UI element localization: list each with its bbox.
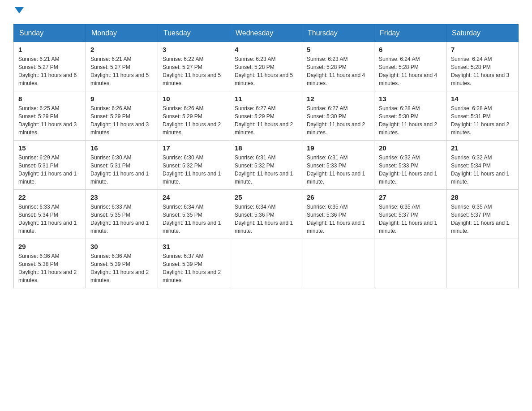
calendar-cell: 1 Sunrise: 6:21 AMSunset: 5:27 PMDayligh…	[14, 42, 86, 91]
day-info: Sunrise: 6:23 AMSunset: 5:28 PMDaylight:…	[235, 56, 293, 86]
calendar-cell: 25 Sunrise: 6:34 AMSunset: 5:36 PMDaylig…	[230, 190, 302, 239]
day-number: 11	[235, 95, 297, 103]
calendar-cell: 7 Sunrise: 6:24 AMSunset: 5:28 PMDayligh…	[446, 42, 519, 91]
day-info: Sunrise: 6:29 AMSunset: 5:31 PMDaylight:…	[18, 154, 77, 185]
calendar-cell: 26 Sunrise: 6:35 AMSunset: 5:36 PMDaylig…	[302, 190, 374, 239]
calendar-week-5: 29 Sunrise: 6:36 AMSunset: 5:38 PMDaylig…	[14, 239, 519, 288]
header-day-wednesday: Wednesday	[230, 25, 302, 42]
calendar-week-1: 1 Sunrise: 6:21 AMSunset: 5:27 PMDayligh…	[14, 42, 519, 91]
day-number: 26	[307, 193, 369, 201]
day-number: 1	[18, 46, 81, 53]
day-info: Sunrise: 6:25 AMSunset: 5:29 PMDaylight:…	[18, 105, 77, 136]
calendar-cell: 14 Sunrise: 6:28 AMSunset: 5:31 PMDaylig…	[446, 91, 519, 141]
page-header	[13, 9, 519, 15]
day-number: 31	[163, 243, 225, 250]
day-info: Sunrise: 6:26 AMSunset: 5:29 PMDaylight:…	[90, 105, 149, 136]
day-info: Sunrise: 6:34 AMSunset: 5:36 PMDaylight:…	[235, 204, 293, 234]
day-info: Sunrise: 6:35 AMSunset: 5:37 PMDaylight:…	[379, 204, 437, 234]
calendar-cell: 28 Sunrise: 6:35 AMSunset: 5:37 PMDaylig…	[446, 190, 519, 239]
calendar-cell	[302, 239, 374, 288]
day-number: 28	[451, 193, 514, 201]
calendar-cell: 22 Sunrise: 6:33 AMSunset: 5:34 PMDaylig…	[14, 190, 86, 239]
day-number: 2	[90, 46, 153, 53]
calendar-cell: 31 Sunrise: 6:37 AMSunset: 5:39 PMDaylig…	[158, 239, 230, 288]
day-info: Sunrise: 6:31 AMSunset: 5:33 PMDaylight:…	[307, 154, 365, 185]
calendar-cell: 17 Sunrise: 6:30 AMSunset: 5:32 PMDaylig…	[158, 141, 230, 190]
calendar-cell: 20 Sunrise: 6:32 AMSunset: 5:33 PMDaylig…	[374, 141, 446, 190]
header-day-tuesday: Tuesday	[158, 25, 230, 42]
calendar-cell: 23 Sunrise: 6:33 AMSunset: 5:35 PMDaylig…	[86, 190, 158, 239]
day-info: Sunrise: 6:34 AMSunset: 5:35 PMDaylight:…	[163, 204, 221, 234]
day-number: 3	[163, 46, 225, 53]
calendar-cell: 19 Sunrise: 6:31 AMSunset: 5:33 PMDaylig…	[302, 141, 374, 190]
day-number: 29	[18, 243, 81, 250]
day-number: 9	[90, 95, 153, 103]
day-number: 20	[379, 144, 442, 152]
day-number: 24	[163, 193, 225, 201]
day-info: Sunrise: 6:28 AMSunset: 5:31 PMDaylight:…	[451, 105, 509, 136]
calendar-cell: 3 Sunrise: 6:22 AMSunset: 5:27 PMDayligh…	[158, 42, 230, 91]
header-day-friday: Friday	[374, 25, 446, 42]
calendar-cell: 5 Sunrise: 6:23 AMSunset: 5:28 PMDayligh…	[302, 42, 374, 91]
logo-triangle-icon	[15, 7, 24, 13]
calendar-cell: 29 Sunrise: 6:36 AMSunset: 5:38 PMDaylig…	[14, 239, 86, 288]
calendar-week-3: 15 Sunrise: 6:29 AMSunset: 5:31 PMDaylig…	[14, 141, 519, 190]
day-info: Sunrise: 6:32 AMSunset: 5:33 PMDaylight:…	[379, 154, 437, 185]
calendar-week-2: 8 Sunrise: 6:25 AMSunset: 5:29 PMDayligh…	[14, 91, 519, 141]
day-info: Sunrise: 6:32 AMSunset: 5:34 PMDaylight:…	[451, 154, 509, 185]
day-info: Sunrise: 6:23 AMSunset: 5:28 PMDaylight:…	[307, 56, 365, 86]
day-info: Sunrise: 6:26 AMSunset: 5:29 PMDaylight:…	[163, 105, 221, 136]
calendar-cell: 12 Sunrise: 6:27 AMSunset: 5:30 PMDaylig…	[302, 91, 374, 141]
calendar-cell: 8 Sunrise: 6:25 AMSunset: 5:29 PMDayligh…	[14, 91, 86, 141]
day-number: 15	[18, 144, 81, 152]
calendar-cell	[374, 239, 446, 288]
calendar-cell: 9 Sunrise: 6:26 AMSunset: 5:29 PMDayligh…	[86, 91, 158, 141]
day-number: 23	[90, 193, 153, 201]
day-number: 12	[307, 95, 369, 103]
day-info: Sunrise: 6:22 AMSunset: 5:27 PMDaylight:…	[163, 56, 221, 86]
header-day-saturday: Saturday	[446, 25, 519, 42]
day-info: Sunrise: 6:36 AMSunset: 5:38 PMDaylight:…	[18, 253, 77, 283]
calendar-cell: 6 Sunrise: 6:24 AMSunset: 5:28 PMDayligh…	[374, 42, 446, 91]
calendar-cell: 13 Sunrise: 6:28 AMSunset: 5:30 PMDaylig…	[374, 91, 446, 141]
calendar-cell: 24 Sunrise: 6:34 AMSunset: 5:35 PMDaylig…	[158, 190, 230, 239]
day-info: Sunrise: 6:21 AMSunset: 5:27 PMDaylight:…	[90, 56, 149, 86]
day-number: 25	[235, 193, 297, 201]
day-info: Sunrise: 6:30 AMSunset: 5:31 PMDaylight:…	[90, 154, 149, 185]
day-number: 27	[379, 193, 442, 201]
day-number: 13	[379, 95, 442, 103]
day-info: Sunrise: 6:24 AMSunset: 5:28 PMDaylight:…	[379, 56, 437, 86]
day-info: Sunrise: 6:24 AMSunset: 5:28 PMDaylight:…	[451, 56, 509, 86]
day-number: 19	[307, 144, 369, 152]
day-number: 7	[451, 46, 514, 53]
day-info: Sunrise: 6:27 AMSunset: 5:30 PMDaylight:…	[307, 105, 365, 136]
day-number: 30	[90, 243, 153, 250]
day-info: Sunrise: 6:21 AMSunset: 5:27 PMDaylight:…	[18, 56, 77, 86]
day-number: 14	[451, 95, 514, 103]
day-info: Sunrise: 6:33 AMSunset: 5:35 PMDaylight:…	[90, 204, 149, 234]
header-day-monday: Monday	[86, 25, 158, 42]
day-info: Sunrise: 6:30 AMSunset: 5:32 PMDaylight:…	[163, 154, 221, 185]
calendar-cell: 16 Sunrise: 6:30 AMSunset: 5:31 PMDaylig…	[86, 141, 158, 190]
calendar-cell: 4 Sunrise: 6:23 AMSunset: 5:28 PMDayligh…	[230, 42, 302, 91]
day-number: 17	[163, 144, 225, 152]
day-info: Sunrise: 6:35 AMSunset: 5:36 PMDaylight:…	[307, 204, 365, 234]
day-number: 21	[451, 144, 514, 152]
day-number: 8	[18, 95, 81, 103]
header-day-thursday: Thursday	[302, 25, 374, 42]
day-info: Sunrise: 6:33 AMSunset: 5:34 PMDaylight:…	[18, 204, 77, 234]
day-number: 10	[163, 95, 225, 103]
calendar-cell	[446, 239, 519, 288]
header-row: SundayMondayTuesdayWednesdayThursdayFrid…	[14, 25, 519, 42]
calendar-cell: 18 Sunrise: 6:31 AMSunset: 5:32 PMDaylig…	[230, 141, 302, 190]
calendar-table: SundayMondayTuesdayWednesdayThursdayFrid…	[13, 24, 519, 288]
calendar-cell: 21 Sunrise: 6:32 AMSunset: 5:34 PMDaylig…	[446, 141, 519, 190]
day-number: 4	[235, 46, 297, 53]
day-number: 5	[307, 46, 369, 53]
day-info: Sunrise: 6:35 AMSunset: 5:37 PMDaylight:…	[451, 204, 509, 234]
day-info: Sunrise: 6:36 AMSunset: 5:39 PMDaylight:…	[90, 253, 149, 283]
day-number: 22	[18, 193, 81, 201]
calendar-cell: 15 Sunrise: 6:29 AMSunset: 5:31 PMDaylig…	[14, 141, 86, 190]
calendar-cell: 10 Sunrise: 6:26 AMSunset: 5:29 PMDaylig…	[158, 91, 230, 141]
header-day-sunday: Sunday	[14, 25, 86, 42]
